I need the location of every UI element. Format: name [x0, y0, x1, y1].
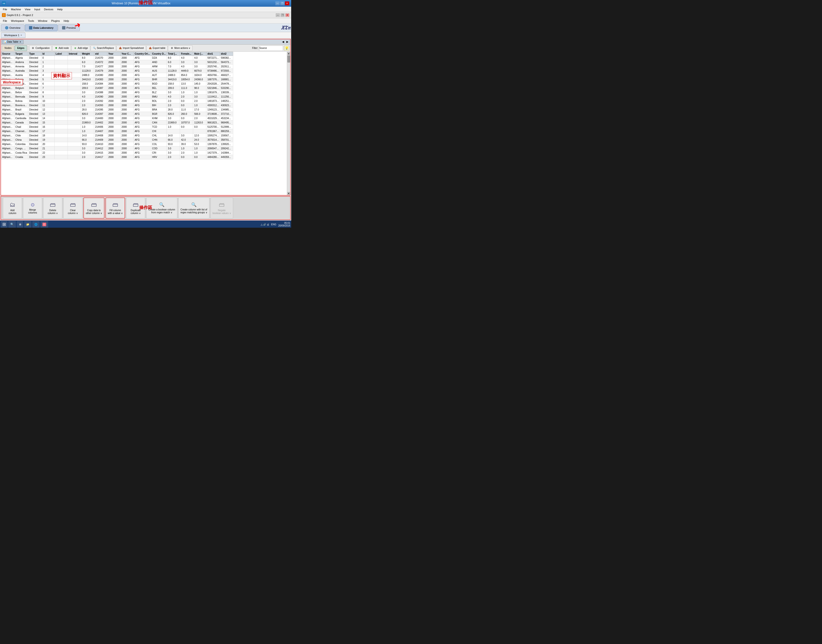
config-btn[interactable]: ⚙ Configuration [29, 45, 52, 51]
gephi-menu-help[interactable]: Help [61, 19, 71, 23]
table-row[interactable]: Afghani...Costa RicaDirected223.02144152… [1, 151, 233, 155]
more-actions-btn[interactable]: ⚙ More actions ∨ [168, 45, 192, 51]
negate-boolean-btn[interactable]: 🗃 Negateboolean values ∨ [210, 198, 233, 219]
table-row[interactable]: Afghani...Congo, ...Directed213.02144122… [1, 146, 233, 151]
browser-btn[interactable]: 🌐 [32, 221, 40, 228]
fill-column-btn[interactable]: 🗃 Fill columnwith a value ∨ [106, 198, 125, 219]
gephi-maximize[interactable]: ❐ [281, 14, 284, 17]
gephi-minimize[interactable]: — [276, 14, 280, 17]
task-view-btn[interactable]: 🖥 [17, 221, 23, 228]
regex-groups-btn[interactable]: 🔍 Create column with list ofregex matchi… [178, 198, 209, 219]
filter-btn[interactable]: 💡 [284, 46, 289, 51]
col-country-ori[interactable]: Country Ori... [133, 52, 151, 56]
table-row[interactable]: Afghani...AlgeriaDirected08.021437020002… [1, 56, 233, 60]
col-year[interactable]: Year [107, 52, 120, 56]
table-row[interactable]: Afghani...ColombiaDirected2093.021441020… [1, 142, 233, 146]
table-row[interactable]: Afghani...BrazilDirected1228.02143952000… [1, 107, 233, 112]
gephi-menu-file[interactable]: File [1, 19, 9, 23]
table-row[interactable]: Afghani...AustriaDirected42488.021438020… [1, 73, 233, 77]
gephi-close[interactable]: ✕ [285, 14, 289, 17]
col-id[interactable]: Id [41, 52, 54, 56]
col-type[interactable]: Type [28, 52, 41, 56]
minimize-btn[interactable]: — [275, 2, 280, 5]
menu-devices[interactable]: Devices [42, 8, 55, 11]
gephi-menu-tools[interactable]: Tools [26, 19, 36, 23]
add-column-btn[interactable]: 🗂 Addcolumn [3, 198, 22, 219]
table-row[interactable]: Afghani...BermudaDirected94.021439020002… [1, 95, 233, 99]
panel-nav-left[interactable]: ◀ [281, 40, 285, 43]
col-label[interactable]: Label [54, 52, 67, 56]
boolean-column-btn[interactable]: 🔍 Create a boolean columnfrom regex matc… [146, 198, 177, 219]
table-row[interactable]: Afghani...Channel...Directed171.02144072… [1, 129, 233, 133]
col-interval[interactable]: Interval [67, 52, 81, 56]
table-row[interactable]: Afghani...AndorraDirected16.021437220002… [1, 60, 233, 64]
add-node-btn[interactable]: ✚ Add node [52, 45, 71, 51]
filter-input[interactable] [259, 46, 283, 51]
table-row[interactable]: Afghani...ChadDirected161.02144062000200… [1, 125, 233, 129]
merge-columns-btn[interactable]: ⊙ Mergecolumns [23, 198, 42, 219]
nav-overview[interactable]: Overview [1, 25, 25, 31]
table-row[interactable]: Afghani...BelizeDirected83.0214388200020… [1, 90, 233, 95]
col-eid[interactable]: eid [94, 52, 107, 56]
table-row[interactable]: Afghani...CambodiaDirected143.0214400200… [1, 116, 233, 121]
table-row[interactable]: Afghani...AustraliaDirected311128.021437… [1, 69, 233, 73]
scroll-up-btn[interactable]: ▲ [287, 52, 290, 55]
start-button[interactable]: ⊞ [1, 221, 8, 228]
panel-nav-right[interactable]: ▶ [285, 40, 289, 43]
menu-input[interactable]: Input [32, 8, 42, 11]
scroll-down-btn[interactable]: ▼ [287, 192, 290, 195]
tab-edges[interactable]: Edges [15, 45, 27, 51]
gephi-menu-plugins[interactable]: Plugins [49, 19, 61, 23]
table-row[interactable]: Afghani...Bosnia a...Directed112.0214393… [1, 103, 233, 107]
data-table-wrapper[interactable]: Source Target Type Id Label Interval Wei… [1, 52, 287, 195]
table-row[interactable]: Afghani...Bangald...Directed6158.0214384… [1, 82, 233, 86]
nav-preview[interactable]: Preview [58, 25, 80, 31]
import-spreadsheet-btn[interactable]: 📥 Import Spreadsheet [117, 45, 146, 51]
col-target[interactable]: Target [14, 52, 28, 56]
col-source[interactable]: Source [1, 52, 14, 56]
search-button[interactable]: 🔍 [8, 221, 16, 228]
vertical-scrollbar[interactable]: ▲ ▼ [287, 52, 290, 195]
col-country-d[interactable]: Country D... [151, 52, 167, 56]
close-btn[interactable]: ✕ [285, 2, 289, 5]
file-explorer-btn[interactable]: 📁 [24, 221, 31, 228]
add-edge-btn[interactable]: ⊕ Add edge [71, 45, 90, 51]
gephi-menu-workspace[interactable]: Workspace [9, 19, 26, 23]
duplicate-column-btn[interactable]: 🗃 Duplicatecolumn ∨ [126, 198, 145, 219]
table-row[interactable]: Afghani...ChinaDirected1966.021440920002… [1, 138, 233, 142]
table-row[interactable]: Afghani...BelgiumDirected7209.0214387200… [1, 86, 233, 90]
scroll-thumb[interactable] [287, 55, 290, 63]
copy-data-btn[interactable]: 🗃 Copy data toother column ∨ [83, 198, 104, 219]
search-replace-btn[interactable]: 🔍 Search/Replace [90, 45, 116, 51]
menu-file[interactable]: File [1, 8, 9, 11]
col-weight[interactable]: Weight [81, 52, 94, 56]
workspace-tab-1[interactable]: Workspace 1 ✕ [1, 32, 25, 38]
table-row[interactable]: Afghani...ChileDirected1814.021440820002… [1, 133, 233, 138]
table-row[interactable]: Afghani...CanadaDirected1521969.02144022… [1, 121, 233, 125]
table-row[interactable]: Afghani...ArmeniaDirected27.021437720002… [1, 64, 233, 69]
data-table-tab[interactable]: 📊 Data Table ✕ [2, 40, 23, 44]
menu-view[interactable]: View [23, 8, 32, 11]
table-row[interactable]: Afghani...BoliviaDirected102.02143922000… [1, 99, 233, 103]
col-dist1[interactable]: dist1 [206, 52, 220, 56]
col-male[interactable]: Male [... [193, 52, 206, 56]
delete-column-btn[interactable]: 🗃 Deletecolumn ∨ [43, 198, 62, 219]
table-row[interactable]: Afghani...CroatiaDirected232.02144172000… [1, 155, 233, 159]
clear-column-btn[interactable]: 🗃 Clearcolumn ∨ [63, 198, 83, 219]
data-table-close[interactable]: ✕ [19, 41, 21, 43]
maximize-btn[interactable]: ❐ [280, 2, 284, 5]
workspace-tab-close[interactable]: ✕ [20, 34, 22, 37]
gephi-taskbar-btn[interactable]: G [40, 221, 48, 228]
col-dist2[interactable]: dist2 [220, 52, 233, 56]
menu-help[interactable]: Help [55, 8, 65, 11]
table-row[interactable]: Afghani...BulgariaDirected13826.02143972… [1, 112, 233, 116]
tab-nodes[interactable]: Nodes [2, 45, 14, 51]
col-total[interactable]: Total [... [167, 52, 180, 56]
menu-machine[interactable]: Machine [9, 8, 23, 11]
col-female[interactable]: Female... [180, 52, 193, 56]
nav-data-laboratory[interactable]: Data Laboratory [25, 25, 58, 31]
export-table-btn[interactable]: 📤 Export table [146, 45, 167, 51]
col-year-c[interactable]: Year C... [120, 52, 133, 56]
table-row[interactable]: Afghani...BahrainDirected534419.02143832… [1, 77, 233, 82]
gephi-menu-window[interactable]: Window [36, 19, 49, 23]
